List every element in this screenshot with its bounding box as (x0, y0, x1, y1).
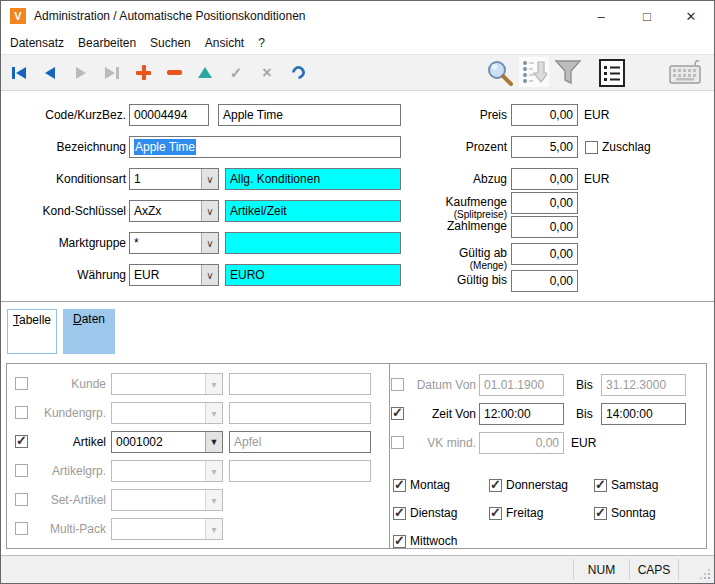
sonntag-checkbox[interactable] (594, 507, 607, 520)
triangle-up-icon (198, 67, 212, 78)
minus-icon (167, 70, 182, 75)
kunde-select: ▾ (111, 373, 223, 395)
next-record-icon (76, 67, 86, 79)
confirm-button[interactable]: ✓ (228, 63, 244, 83)
status-bar: NUM CAPS (1, 555, 714, 583)
kunde-checkbox[interactable] (15, 377, 28, 390)
cancel-button[interactable]: × (259, 63, 275, 83)
details-list-icon (599, 59, 625, 87)
code-name-input[interactable]: Apple Time (218, 104, 401, 126)
toolbar: ✓ × (1, 54, 714, 91)
gueltig-ab-input[interactable]: 0,00 (511, 243, 578, 265)
weekday-freitag[interactable]: Freitag (489, 506, 543, 520)
previous-record-button[interactable] (42, 63, 58, 83)
zeit-von-input[interactable]: 12:00:00 (479, 403, 564, 425)
title-bar: V Administration / Automatische Position… (1, 1, 714, 31)
maximize-button[interactable]: □ (632, 1, 662, 31)
abzug-label: Abzug (391, 168, 507, 190)
bezeichnung-input[interactable]: Apple Time (129, 136, 401, 158)
weekday-mittwoch[interactable]: Mittwoch (393, 534, 457, 548)
artikel-text[interactable]: Apfel (229, 431, 371, 453)
dienstag-checkbox[interactable] (393, 507, 406, 520)
zuschlag-label: Zuschlag (602, 136, 651, 158)
details-list-button[interactable] (599, 59, 625, 87)
zahlmenge-label: Zahlmenge (391, 220, 507, 233)
menu-datensatz[interactable]: Datensatz (10, 36, 64, 50)
kundengrp-select: ▾ (111, 402, 223, 424)
prozent-input[interactable]: 5,00 (511, 136, 578, 158)
filter-funnel-icon (553, 59, 583, 87)
sort-filter-down-button[interactable] (519, 57, 549, 87)
artikel-checkbox[interactable] (15, 435, 28, 448)
konditionsart-select[interactable]: 1 ∨ (129, 168, 219, 190)
abzug-input[interactable]: 0,00 (511, 168, 578, 190)
freitag-checkbox[interactable] (489, 507, 502, 520)
zuschlag-checkbox[interactable] (585, 141, 598, 154)
panel-divider (389, 363, 390, 549)
weekday-samstag[interactable]: Samstag (594, 478, 658, 492)
resize-grip[interactable] (699, 568, 711, 580)
zeit-bis-label: Bis (576, 403, 593, 425)
first-record-button[interactable] (11, 63, 27, 83)
kundengrp-checkbox[interactable] (15, 406, 28, 419)
artikelgrp-checkbox[interactable] (15, 464, 28, 477)
last-record-button[interactable] (104, 63, 120, 83)
samstag-checkbox[interactable] (594, 479, 607, 492)
refresh-button[interactable] (290, 63, 306, 83)
preis-label: Preis (391, 104, 507, 126)
zeit-checkbox[interactable] (391, 407, 404, 420)
gueltig-bis-input[interactable]: 0,00 (511, 270, 578, 292)
menu-bearbeiten[interactable]: Bearbeiten (78, 36, 136, 50)
sort-filter-down-icon (521, 59, 547, 85)
menu-suchen[interactable]: Suchen (150, 36, 191, 50)
menu-ansicht[interactable]: Ansicht (205, 36, 244, 50)
tab-daten[interactable]: Daten (63, 309, 115, 354)
code-input[interactable]: 00004494 (129, 104, 209, 126)
next-record-button[interactable] (73, 63, 89, 83)
kunde-label: Kunde (29, 373, 106, 395)
keyboard-icon (669, 59, 701, 85)
donnerstag-checkbox[interactable] (489, 479, 502, 492)
montag-checkbox[interactable] (393, 479, 406, 492)
datum-bis-input: 31.12.3000 (601, 374, 686, 396)
waehrung-select[interactable]: EUR ∨ (129, 264, 219, 286)
caps-lock-indicator: CAPS (629, 559, 679, 580)
abzug-unit: EUR (584, 168, 609, 190)
filter-button[interactable] (553, 59, 583, 87)
minimize-button[interactable]: – (586, 1, 616, 31)
kond-schluessel-select[interactable]: AxZx ∨ (129, 200, 219, 222)
menu-help[interactable]: ? (258, 36, 265, 50)
mittwoch-checkbox[interactable] (393, 535, 406, 548)
app-window: V Administration / Automatische Position… (0, 0, 715, 584)
previous-record-icon (45, 67, 55, 79)
chevron-down-icon: ∨ (201, 201, 218, 221)
multi-pack-checkbox[interactable] (15, 522, 28, 535)
set-artikel-checkbox[interactable] (15, 493, 28, 506)
datum-checkbox[interactable] (391, 378, 404, 391)
weekday-dienstag[interactable]: Dienstag (393, 506, 457, 520)
artikel-select[interactable]: 0001002▼ (111, 431, 223, 453)
delete-record-button[interactable] (166, 63, 182, 83)
move-up-button[interactable] (197, 63, 213, 83)
weekday-sonntag[interactable]: Sonntag (594, 506, 656, 520)
zeit-bis-input[interactable]: 14:00:00 (601, 403, 686, 425)
chevron-down-icon: ▾ (205, 519, 222, 539)
kaufmenge-input[interactable]: 0,00 (511, 192, 578, 214)
weekday-donnerstag[interactable]: Donnerstag (489, 478, 568, 492)
tab-tabelle[interactable]: Tabelle (7, 309, 57, 354)
weekday-montag[interactable]: Montag (393, 478, 450, 492)
marktgruppe-select[interactable]: * ∨ (129, 232, 219, 254)
plus-icon (136, 65, 151, 80)
preis-input[interactable]: 0,00 (511, 104, 578, 126)
add-record-button[interactable] (135, 63, 151, 83)
preis-unit: EUR (584, 104, 609, 126)
datum-von-label: Datum Von (406, 374, 476, 396)
keyboard-button[interactable] (669, 59, 701, 85)
artikelgrp-text (229, 460, 371, 482)
search-button[interactable] (486, 59, 514, 87)
zahlmenge-input[interactable]: 0,00 (511, 216, 578, 238)
kond-schluessel-text: Artikel/Zeit (225, 200, 401, 222)
close-button[interactable]: ✕ (676, 1, 706, 31)
vk-mind-checkbox[interactable] (391, 436, 404, 449)
vk-mind-label: VK mind. (406, 432, 476, 454)
